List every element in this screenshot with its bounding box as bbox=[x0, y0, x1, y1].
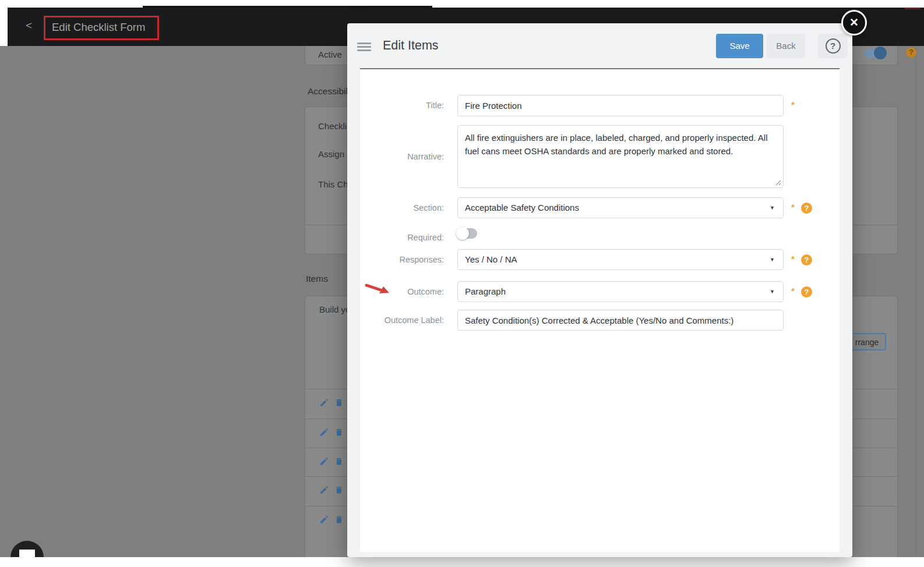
modal-title: Edit Items bbox=[383, 38, 439, 53]
edit-pencil-icon[interactable] bbox=[319, 427, 329, 437]
edit-pencil-icon[interactable] bbox=[319, 398, 329, 407]
help-question-icon: ? bbox=[826, 38, 841, 54]
red-annotation-dash bbox=[905, 8, 921, 9]
accessibility-heading: Accessibilit bbox=[308, 86, 352, 97]
delete-trash-icon[interactable] bbox=[334, 427, 344, 437]
required-star: * bbox=[791, 286, 795, 296]
page-title: Edit Checklist Form bbox=[52, 21, 157, 34]
required-toggle[interactable] bbox=[457, 228, 477, 239]
responses-field-label: Responses: bbox=[360, 255, 444, 264]
back-chevron-icon[interactable]: < bbox=[26, 19, 32, 32]
outcome-select[interactable]: Paragraph ▼ bbox=[457, 281, 784, 302]
narrative-textarea[interactable]: All fire extinguishers are in place, lab… bbox=[457, 125, 784, 188]
required-star: * bbox=[791, 254, 795, 264]
edit-pencil-icon[interactable] bbox=[319, 515, 329, 525]
section-field-label: Section: bbox=[360, 203, 444, 212]
page-bottom-margin bbox=[0, 557, 924, 567]
title-field-label: Title: bbox=[360, 101, 444, 110]
required-star: * bbox=[791, 100, 795, 109]
items-heading: Items bbox=[306, 274, 328, 284]
screen: < Edit Checklist Form Active ? Accessibi… bbox=[0, 0, 924, 567]
responses-select-value: Yes / No / NA bbox=[465, 254, 517, 264]
responses-select[interactable]: Yes / No / NA ▼ bbox=[457, 249, 784, 270]
outcome-label-field-label: Outcome Label: bbox=[360, 316, 444, 325]
outcome-help-icon[interactable]: ? bbox=[801, 286, 812, 297]
required-toggle-thumb bbox=[456, 227, 469, 240]
edit-pencil-icon[interactable] bbox=[319, 485, 329, 495]
outcome-select-value: Paragraph bbox=[465, 286, 506, 296]
delete-trash-icon[interactable] bbox=[334, 398, 344, 407]
arrange-button[interactable]: rrange bbox=[848, 333, 886, 350]
form-panel: Title: * Narrative: All fire extinguishe… bbox=[360, 68, 840, 552]
delete-trash-icon[interactable] bbox=[334, 456, 344, 466]
chevron-down-icon: ▼ bbox=[770, 282, 775, 302]
textarea-resize-grip-icon[interactable] bbox=[775, 179, 781, 186]
menu-hamburger-icon[interactable] bbox=[357, 42, 371, 53]
required-star: * bbox=[791, 202, 795, 212]
delete-trash-icon[interactable] bbox=[334, 485, 344, 495]
narrative-field-label: Narrative: bbox=[360, 152, 444, 161]
page-title-red-annotation-box: Edit Checklist Form bbox=[44, 16, 159, 40]
topbar-notch bbox=[143, 6, 432, 8]
back-button[interactable]: Back bbox=[767, 34, 805, 58]
close-icon[interactable]: ✕ bbox=[841, 10, 867, 36]
floating-bubble-notch bbox=[19, 550, 35, 558]
section-select[interactable]: Acceptable Safety Conditions ▼ bbox=[457, 197, 784, 218]
section-help-icon[interactable]: ? bbox=[801, 203, 812, 214]
background-content-edge bbox=[916, 46, 916, 557]
active-toggle-thumb bbox=[874, 47, 887, 59]
save-button[interactable]: Save bbox=[716, 34, 763, 58]
chevron-down-icon: ▼ bbox=[770, 198, 775, 218]
outcome-label-input[interactable] bbox=[457, 310, 784, 331]
section-select-value: Acceptable Safety Conditions bbox=[465, 203, 579, 212]
chevron-down-icon: ▼ bbox=[770, 250, 775, 270]
delete-trash-icon[interactable] bbox=[334, 515, 344, 525]
edit-items-modal: Edit Items Save Back ? ✕ Title: * Narrat… bbox=[347, 23, 852, 557]
active-help-icon[interactable]: ? bbox=[906, 47, 916, 58]
outcome-field-label: Outcome: bbox=[360, 287, 444, 296]
help-button[interactable]: ? bbox=[818, 34, 848, 58]
title-input[interactable] bbox=[457, 95, 784, 116]
responses-help-icon[interactable]: ? bbox=[801, 254, 812, 265]
active-label: Active bbox=[318, 49, 342, 59]
required-field-label: Required: bbox=[360, 233, 444, 242]
edit-pencil-icon[interactable] bbox=[319, 456, 329, 466]
